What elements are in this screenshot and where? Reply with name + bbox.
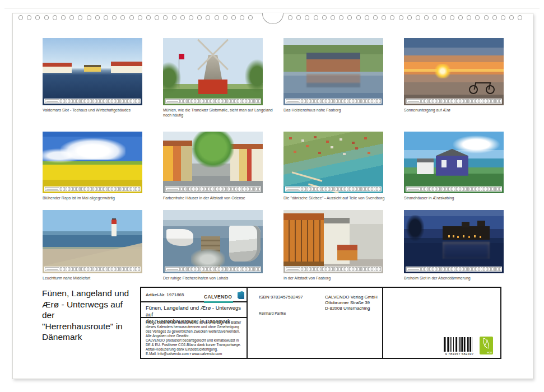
day-cell (344, 99, 346, 103)
day-cell (130, 267, 132, 271)
day-cell (376, 187, 378, 191)
day-cell (472, 187, 475, 191)
binder-ring (399, 15, 403, 20)
day-cell (311, 99, 314, 103)
day-cell (106, 99, 108, 103)
day-cell (224, 99, 226, 103)
day-cell (357, 267, 360, 271)
day-cell (424, 187, 426, 191)
eco-label: eco (480, 351, 492, 354)
photo-aeroeskoebing-strandhaeuser (404, 132, 504, 193)
day-cell (240, 99, 242, 103)
day-cell (341, 267, 343, 271)
day-cell (253, 187, 255, 191)
day-cell (469, 187, 472, 191)
binder-ring (69, 15, 74, 20)
divider (382, 288, 383, 358)
day-cell (71, 187, 73, 191)
day-cell (197, 267, 199, 271)
day-cell (229, 99, 231, 103)
day-cell (183, 267, 185, 271)
day-cell (483, 187, 485, 191)
photo-art-shape (166, 229, 193, 246)
day-cell (226, 99, 229, 103)
binder-ring (305, 15, 309, 20)
day-cell (210, 187, 212, 191)
photo-art-shape (192, 132, 234, 167)
day-cell (114, 267, 116, 271)
day-cell (258, 267, 261, 271)
day-cell (374, 267, 376, 271)
day-cell (197, 99, 199, 103)
binder-ring (424, 15, 429, 20)
binder-ring (206, 15, 210, 20)
photo-caption: Broholm Slot in der Abenddämmerung (404, 276, 516, 281)
photo-art-shape (443, 242, 490, 259)
spiral-binding (0, 0, 544, 28)
day-cell (84, 99, 86, 103)
day-cell (199, 267, 202, 271)
day-cell (133, 99, 135, 103)
day-cell (459, 267, 461, 271)
photo-caption: Leuchtturm nahe Middlefart (43, 276, 155, 281)
day-cell (469, 99, 472, 103)
day-cell (421, 99, 424, 103)
day-cell (122, 99, 124, 103)
day-cell (454, 99, 456, 103)
divider (247, 288, 248, 358)
day-cell (311, 187, 314, 191)
day-cell (306, 187, 309, 191)
binder-ring (53, 15, 57, 20)
day-cell (368, 99, 370, 103)
day-cell (119, 187, 122, 191)
day-cell (317, 187, 319, 191)
day-cell (448, 99, 450, 103)
day-cell (68, 99, 70, 103)
barcode-bars (444, 337, 475, 352)
day-cell (421, 187, 424, 191)
day-cell (255, 187, 258, 191)
day-cell (494, 267, 496, 271)
day-cell (111, 99, 113, 103)
photo-broholm-slot (404, 210, 504, 273)
day-cell (135, 267, 137, 271)
day-cell (224, 267, 226, 271)
day-cell (499, 267, 501, 271)
day-cell (226, 187, 229, 191)
day-cell (111, 187, 113, 191)
photo-art-shape (230, 144, 263, 181)
day-cell (349, 99, 351, 103)
photo-caption: Valdemars Slot - Teehaus und Wirtschaftg… (43, 108, 155, 113)
photo-art-shape (443, 226, 490, 240)
eco-logo: eco (480, 337, 493, 354)
day-cell (207, 187, 210, 191)
day-cell (438, 267, 440, 271)
day-cell (371, 99, 373, 103)
day-cell (448, 187, 450, 191)
day-cell (92, 187, 95, 191)
day-cell (355, 187, 357, 191)
day-cell (194, 187, 196, 191)
day-cell (210, 99, 212, 103)
binder-ring (450, 15, 454, 20)
ean-barcode: 9 783457 582497 (444, 337, 475, 356)
day-cell (253, 267, 255, 271)
day-cell (336, 187, 338, 191)
day-cell (122, 267, 124, 271)
photo-card: Broholm Slot in der Abenddämmerung (404, 210, 504, 281)
day-cell (454, 187, 456, 191)
binder-ring (180, 15, 185, 20)
day-cell (472, 99, 475, 103)
day-cell (250, 267, 253, 271)
day-cell (194, 267, 196, 271)
calendar-title: Fünen, Langeland und Ærø - Unterwegs auf… (42, 288, 141, 343)
photo-art-shape (198, 80, 227, 94)
day-cell (76, 267, 78, 271)
day-cell (199, 99, 202, 103)
hanger-notch (262, 13, 283, 24)
day-cell (231, 267, 234, 271)
binder-ring (155, 15, 159, 20)
day-cell (304, 267, 306, 271)
photo-art-shape (203, 55, 222, 82)
day-cell (215, 267, 217, 271)
